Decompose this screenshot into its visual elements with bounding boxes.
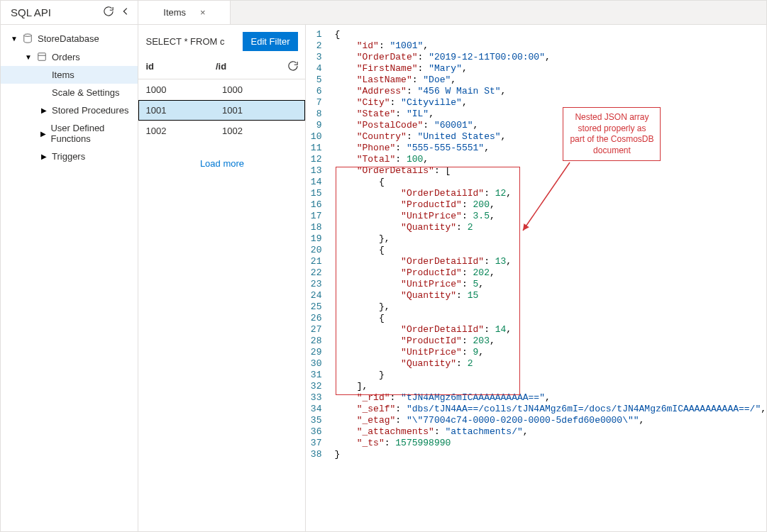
close-icon[interactable]: × [200,7,206,18]
item-row[interactable]: 10001000 [138,79,305,100]
item-row[interactable]: 10011001 [138,100,305,121]
json-editor[interactable]: 1{2 "id": "1001",3 "OrderDate": "2019-12… [306,25,766,531]
line-text: } [331,449,340,460]
item-pid: 1002 [222,126,299,136]
code-line: 1{ [306,29,766,40]
tree-node-user-defined-functions[interactable]: ▶User Defined Functions [1,119,138,148]
line-text: "Phone": "555-555-5551", [331,143,489,154]
line-text: "State": "IL", [331,109,434,120]
collapse-icon[interactable] [121,6,131,18]
tree-node-storedatabase[interactable]: ▼StoreDatabase [1,29,138,48]
line-number: 24 [306,290,331,301]
sidebar-title: SQL API [11,6,51,18]
tree-node-stored-procedures[interactable]: ▶Stored Procedures [1,101,138,119]
line-number: 3 [306,52,331,63]
line-number: 17 [306,211,331,222]
line-number: 33 [306,392,331,404]
tree-label: Stored Procedures [52,105,128,116]
line-number: 2 [306,40,331,52]
item-id: 1001 [145,105,222,116]
tree-node-triggers[interactable]: ▶Triggers [1,148,138,165]
tab-items[interactable]: Items × [138,1,231,24]
line-text: "Total": 100, [331,154,429,165]
code-line: 9 "PostalCode": "60001", [306,120,766,131]
code-line: 11 "Phone": "555-555-5551", [306,143,766,154]
line-text: { [331,29,340,40]
line-text: "Country": "United States", [331,131,506,143]
svg-rect-1 [38,53,46,61]
line-number: 25 [306,301,331,313]
chevron-right-icon[interactable]: ▶ [40,106,48,114]
tree-label: Scale & Settings [52,87,119,98]
line-text: "OrderDate": "2019-12-11T00:00:00", [331,52,550,63]
query-text: SELECT * FROM c [145,36,232,47]
annotation-label: Nested JSON array stored properly as par… [563,107,661,161]
line-number: 26 [306,313,331,324]
line-number: 21 [306,256,331,267]
items-header: id /id [138,57,305,79]
container-icon [36,51,48,62]
line-number: 6 [306,86,331,97]
tree-label: Orders [52,52,80,62]
line-text: "Address": "456 W Main St", [331,86,506,97]
line-number: 20 [306,245,331,256]
line-number: 16 [306,199,331,211]
line-number: 35 [306,415,331,426]
line-text: "_etag": "\"77004c74-0000-0200-0000-5def… [331,415,644,426]
code-line: 5 "LastName": "Doe", [306,74,766,86]
line-number: 10 [306,131,331,143]
chevron-down-icon[interactable]: ▼ [11,35,18,43]
code-line: 2 "id": "1001", [306,40,766,52]
tree-node-items[interactable]: ▶Items [1,66,138,84]
line-text: "FirstName": "Mary", [331,63,467,74]
line-text: "_attachments": "attachments/", [331,426,528,438]
line-number: 31 [306,370,331,381]
load-more-link[interactable]: Load more [138,141,305,186]
item-row[interactable]: 10021002 [138,121,305,141]
item-id: 1002 [145,126,222,136]
annotation-box [336,167,520,395]
code-line: 4 "FirstName": "Mary", [306,63,766,74]
code-line: 6 "Address": "456 W Main St", [306,86,766,97]
line-text: "LastName": "Doe", [331,74,456,86]
line-number: 32 [306,381,331,392]
edit-filter-button[interactable]: Edit Filter [243,32,299,51]
items-panel: SELECT * FROM c Edit Filter id /id 10001… [138,25,306,531]
line-text: "PostalCode": "60001", [331,120,478,131]
line-number: 37 [306,438,331,449]
chevron-right-icon[interactable]: ▶ [40,153,48,160]
line-number: 29 [306,347,331,358]
item-id: 1000 [145,84,222,95]
code-line: 34 "_self": "dbs/tJN4AA==/colls/tJN4AMgz… [306,404,766,415]
content: SELECT * FROM c Edit Filter id /id 10001… [138,25,766,531]
line-number: 15 [306,188,331,199]
svg-point-0 [24,34,32,37]
tree-node-scale-settings[interactable]: ▶Scale & Settings [1,84,138,101]
tabbar: Items × [138,1,766,25]
line-number: 13 [306,165,331,177]
line-text: "_self": "dbs/tJN4AA==/colls/tJN4AMgz6mI… [331,404,766,415]
line-number: 9 [306,120,331,131]
line-number: 27 [306,324,331,336]
tree-label: Triggers [52,151,85,162]
refresh-icon[interactable] [104,6,114,18]
tree-node-orders[interactable]: ▼Orders [1,48,138,66]
line-number: 30 [306,358,331,370]
tree-label: Items [52,70,75,80]
refresh-icon[interactable] [285,61,298,73]
code-line: 35 "_etag": "\"77004c74-0000-0200-0000-5… [306,415,766,426]
code-line: 3 "OrderDate": "2019-12-11T00:00:00", [306,52,766,63]
line-number: 5 [306,74,331,86]
sidebar: SQL API ▼StoreDatabase▼Orders▶Items▶Scal… [1,1,138,531]
line-number: 1 [306,29,331,40]
code-line: 10 "Country": "United States", [306,131,766,143]
line-number: 38 [306,449,331,460]
item-pid: 1001 [222,105,299,116]
tree-label: StoreDatabase [38,33,99,44]
chevron-right-icon[interactable]: ▶ [40,130,46,138]
line-number: 34 [306,404,331,415]
code-line: 7 "City": "Cityville", [306,97,766,109]
line-number: 14 [306,177,331,188]
line-number: 8 [306,109,331,120]
chevron-down-icon[interactable]: ▼ [25,53,32,61]
